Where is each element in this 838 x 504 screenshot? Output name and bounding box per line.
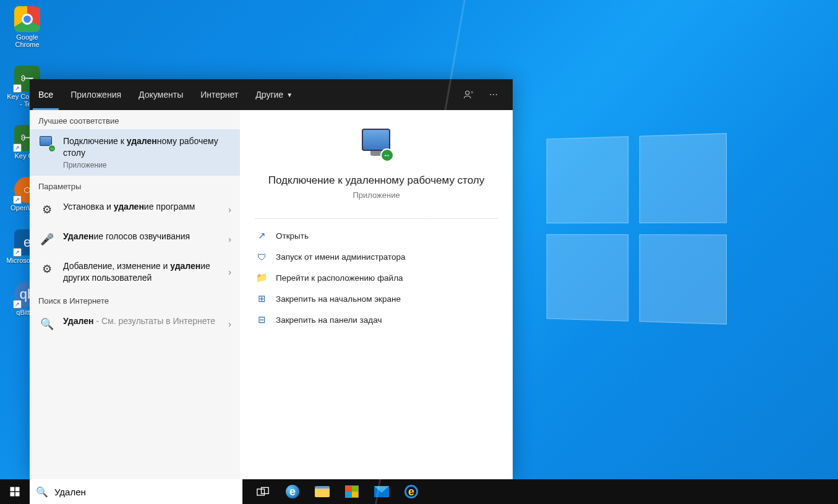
- chevron-right-icon: ›: [228, 205, 231, 215]
- task-view-button[interactable]: [249, 479, 277, 504]
- chevron-down-icon: ▼: [286, 92, 293, 98]
- gear-icon: ⚙: [38, 201, 56, 218]
- rdp-icon: ↔: [38, 135, 56, 153]
- svg-rect-4: [15, 492, 20, 497]
- admin-icon: 🛡: [256, 251, 267, 262]
- search-icon: 🔍: [36, 486, 48, 498]
- section-settings: Параметры: [30, 176, 240, 195]
- tab-internet[interactable]: Интернет: [192, 79, 247, 110]
- chevron-right-icon: ›: [228, 267, 231, 277]
- chevron-right-icon: ›: [228, 234, 231, 244]
- desktop: Google Chrome 🗝↗ Key Colle 4.1 - Tes 🗝↗ …: [0, 0, 838, 504]
- search-results-list: Лучшее соответствие ↔ Подключение к удал…: [30, 110, 240, 479]
- taskbar-app-store[interactable]: [338, 479, 366, 504]
- action-label: Открыть: [276, 231, 309, 241]
- action-open[interactable]: ↗ Открыть: [246, 225, 507, 246]
- preview-type: Приложение: [353, 190, 400, 200]
- result-remove-voices[interactable]: 🎤 Удаление голосов озвучивания ›: [30, 224, 240, 254]
- preview-app-icon: ↔: [358, 129, 395, 163]
- search-icon: 🔍: [38, 315, 56, 333]
- action-open-file-location[interactable]: 📁 Перейти к расположению файла: [246, 267, 507, 288]
- svg-rect-2: [15, 487, 20, 492]
- taskbar-app-explorer[interactable]: [308, 479, 336, 504]
- section-web: Поиск в Интернете: [30, 290, 240, 309]
- result-web-search[interactable]: 🔍 Удален - См. результаты в Интернете ›: [30, 309, 240, 339]
- folder-icon: 📁: [256, 272, 267, 283]
- result-rdp[interactable]: ↔ Подключение к удаленному рабочему стол…: [30, 129, 240, 176]
- svg-point-0: [466, 91, 469, 95]
- taskbar-search-input[interactable]: [54, 487, 236, 497]
- search-panel: Все Приложения Документы Интернет Другие…: [30, 79, 513, 479]
- pin-start-icon: ⊞: [256, 293, 267, 304]
- taskbar: 🔍 e e: [0, 479, 838, 504]
- open-icon: ↗: [256, 230, 267, 241]
- action-pin-taskbar[interactable]: ⊟ Закрепить на панели задач: [246, 309, 507, 330]
- desktop-icon-label: Google Chrome: [5, 33, 49, 48]
- tab-documents[interactable]: Документы: [130, 79, 192, 110]
- result-subtitle: Приложение: [63, 161, 231, 169]
- taskbar-app-mail[interactable]: [367, 479, 396, 504]
- action-label: Закрепить на панели задач: [276, 315, 382, 325]
- section-best-match: Лучшее соответствие: [30, 110, 240, 129]
- action-label: Запуск от имени администратора: [276, 252, 406, 262]
- search-preview-pane: ↔ Подключение к удаленному рабочему стол…: [240, 110, 513, 479]
- action-label: Перейти к расположению файла: [276, 273, 403, 283]
- action-pin-start[interactable]: ⊞ Закрепить на начальном экране: [246, 288, 507, 309]
- svg-rect-5: [257, 489, 265, 495]
- result-title: Подключение к удаленному рабочему столу: [63, 135, 231, 159]
- search-panel-header: Все Приложения Документы Интернет Другие…: [30, 79, 513, 110]
- feedback-icon[interactable]: [458, 84, 479, 105]
- svg-rect-6: [262, 487, 269, 493]
- pin-taskbar-icon: ⊟: [256, 314, 267, 325]
- svg-rect-3: [11, 492, 15, 497]
- result-manage-users[interactable]: ⚙ Добавление, изменение и удаление други…: [30, 254, 240, 290]
- desktop-icon-chrome[interactable]: Google Chrome: [5, 6, 49, 48]
- tab-other[interactable]: Другие▼: [247, 79, 301, 110]
- tab-all[interactable]: Все: [30, 79, 62, 110]
- start-button[interactable]: [0, 479, 30, 504]
- svg-rect-1: [11, 487, 15, 492]
- gear-icon: ⚙: [38, 260, 56, 278]
- action-run-as-admin[interactable]: 🛡 Запуск от имени администратора: [246, 246, 507, 267]
- taskbar-app-edge[interactable]: e: [278, 479, 307, 504]
- taskbar-app-ie[interactable]: e: [397, 479, 425, 504]
- result-uninstall-programs[interactable]: ⚙ Установка и удаление программ ›: [30, 195, 240, 224]
- mic-icon: 🎤: [38, 231, 56, 248]
- windows-logo-wallpaper: [547, 133, 727, 324]
- taskbar-search-box[interactable]: 🔍: [30, 479, 242, 504]
- more-options-icon[interactable]: ⋯: [483, 84, 504, 105]
- action-label: Закрепить на начальном экране: [276, 294, 401, 304]
- preview-title: Подключение к удаленному рабочему столу: [268, 174, 484, 187]
- chevron-right-icon: ›: [228, 319, 231, 329]
- tab-apps[interactable]: Приложения: [62, 79, 130, 110]
